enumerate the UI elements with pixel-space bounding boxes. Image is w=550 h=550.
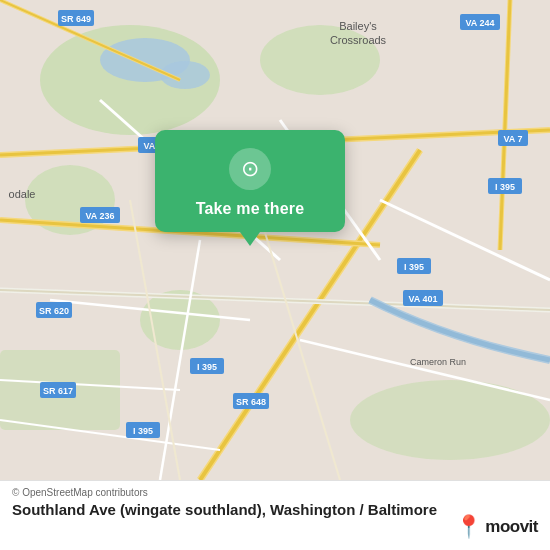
svg-text:SR 620: SR 620: [39, 306, 69, 316]
svg-text:Crossroads: Crossroads: [330, 34, 387, 46]
svg-text:Bailey's: Bailey's: [339, 20, 377, 32]
moovit-brand-text: moovit: [485, 517, 538, 537]
pin-symbol: ⊙: [241, 158, 259, 180]
moovit-pin-icon: 📍: [455, 514, 482, 540]
take-me-there-button[interactable]: Take me there: [196, 200, 305, 218]
location-pin-icon: ⊙: [229, 148, 271, 190]
svg-text:SR 617: SR 617: [43, 386, 73, 396]
svg-text:I 395: I 395: [495, 182, 515, 192]
attribution-text: © OpenStreetMap contributors: [12, 487, 538, 498]
svg-text:VA 401: VA 401: [408, 294, 437, 304]
svg-text:odale: odale: [9, 188, 36, 200]
svg-text:VA 244: VA 244: [465, 18, 494, 28]
svg-text:SR 648: SR 648: [236, 397, 266, 407]
svg-text:SR 649: SR 649: [61, 14, 91, 24]
svg-text:VA 236: VA 236: [85, 211, 114, 221]
map-container: SR 649 VA 244 VA 244 VA 7 I 395 VA 236 I…: [0, 0, 550, 480]
svg-text:Cameron Run: Cameron Run: [410, 357, 466, 367]
popup-card: ⊙ Take me there: [155, 130, 345, 232]
svg-text:I 395: I 395: [404, 262, 424, 272]
svg-text:I 395: I 395: [133, 426, 153, 436]
svg-text:I 395: I 395: [197, 362, 217, 372]
map-svg: SR 649 VA 244 VA 244 VA 7 I 395 VA 236 I…: [0, 0, 550, 480]
bottom-bar: © OpenStreetMap contributors Southland A…: [0, 480, 550, 550]
moovit-logo: 📍 moovit: [455, 514, 538, 540]
svg-text:VA 7: VA 7: [503, 134, 522, 144]
